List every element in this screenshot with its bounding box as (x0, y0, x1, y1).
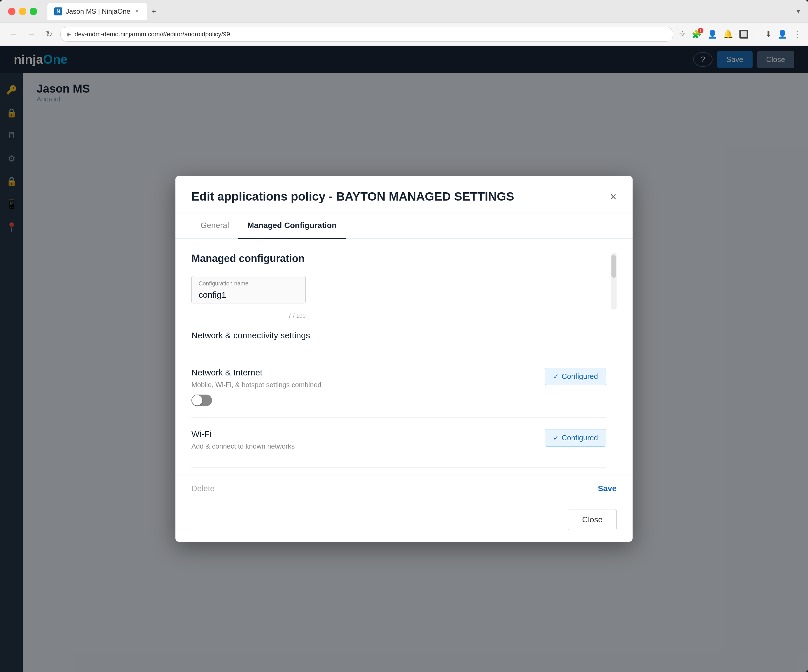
address-bar: ← → ↻ ⊕ dev-mdm-demo.ninjarmm.com/#/edit… (0, 23, 808, 46)
url-text: dev-mdm-demo.ninjarmm.com/#/editor/andro… (75, 30, 230, 38)
tab-general[interactable]: General (192, 213, 238, 239)
check-icon-1: ✓ (553, 373, 559, 380)
config-name-value[interactable]: config1 (199, 289, 299, 300)
modal-tabs: General Managed Configuration (175, 213, 633, 239)
configured-badge-2: ✓ Configured (545, 429, 606, 447)
config-name-label: Configuration name (199, 280, 249, 287)
bookmark-icon[interactable]: ☆ (679, 30, 686, 39)
configured-label-2: Configured (562, 434, 598, 442)
tab-managed-configuration[interactable]: Managed Configuration (238, 213, 346, 239)
active-tab[interactable]: N Jason MS | NinjaOne × (47, 3, 147, 20)
configured-label-1: Configured (562, 372, 598, 381)
traffic-lights (8, 8, 37, 15)
modal-bottom: Close (175, 502, 633, 542)
settings-item-content-1: Network & Internet Mobile, Wi-Fi, & hots… (192, 368, 536, 406)
modal-dialog: Edit applications policy - BAYTON MANAGE… (175, 176, 633, 542)
new-tab-button[interactable]: + (149, 5, 158, 18)
section-heading: Managed configuration (192, 253, 606, 265)
scrollbar-thumb[interactable] (611, 255, 616, 278)
maximize-window-button[interactable] (30, 8, 37, 15)
settings-item-content-2: Wi-Fi Add & connect to known networks (192, 429, 536, 456)
modal-footer: Delete Save (175, 475, 633, 502)
extensions-icon[interactable]: 🧩 1 (692, 30, 702, 39)
network-section-title: Network & connectivity settings (192, 330, 606, 345)
settings-item-name-1: Network & Internet (192, 368, 536, 377)
tab-bar: N Jason MS | NinjaOne × + (47, 3, 792, 20)
separator (757, 28, 757, 40)
forward-button[interactable]: → (25, 27, 38, 41)
modal-body-content: Managed configuration Configuration name… (192, 253, 606, 461)
tab-favicon: N (54, 7, 62, 15)
url-bar[interactable]: ⊕ dev-mdm-demo.ninjarmm.com/#/editor/and… (60, 27, 673, 42)
modal-close-button[interactable]: × (610, 191, 616, 202)
more-menu-icon[interactable]: ⋮ (793, 30, 801, 39)
modal-title: Edit applications policy - BAYTON MANAGE… (192, 190, 514, 203)
settings-item-wifi: Wi-Fi Add & connect to known networks ✓ … (192, 418, 606, 468)
extension-puzzle-icon[interactable]: 🔲 (739, 30, 749, 39)
close-window-button[interactable] (8, 8, 15, 15)
notifications-icon[interactable]: 🔔 (723, 30, 733, 39)
delete-button[interactable]: Delete (192, 484, 215, 493)
refresh-button[interactable]: ↻ (43, 27, 55, 41)
config-name-counter: 7 / 100 (192, 313, 306, 319)
toggle-container-1 (192, 395, 536, 406)
modal-close-outline-button[interactable]: Close (568, 509, 616, 530)
check-icon-2: ✓ (553, 434, 559, 442)
browser-window: N Jason MS | NinjaOne × + ▾ ← → ↻ ⊕ dev-… (0, 0, 808, 672)
network-internet-toggle[interactable] (192, 395, 212, 406)
scrollbar-track[interactable] (611, 253, 616, 310)
toggle-knob-1 (192, 395, 202, 405)
url-security-icon: ⊕ (66, 31, 71, 38)
tabs-dropdown-icon[interactable]: ▾ (796, 7, 800, 15)
modal-overlay: Edit applications policy - BAYTON MANAGE… (0, 46, 808, 672)
notification-badge: 1 (698, 28, 703, 33)
download-icon[interactable]: ⬇ (765, 30, 772, 39)
minimize-window-button[interactable] (19, 8, 26, 15)
modal-body: Managed configuration Configuration name… (175, 239, 633, 475)
user-avatar-icon[interactable]: 👤 (778, 30, 788, 39)
settings-item-desc-2: Add & connect to known networks (192, 442, 536, 450)
config-name-field[interactable]: Configuration name config1 (192, 276, 306, 303)
settings-item-desc-1: Mobile, Wi-Fi, & hotspot settings combin… (192, 381, 536, 389)
settings-item-name-2: Wi-Fi (192, 429, 536, 439)
back-button[interactable]: ← (7, 27, 19, 41)
modal-header: Edit applications policy - BAYTON MANAGE… (175, 176, 633, 213)
toolbar-icons: ☆ 🧩 1 👤 🔔 🔲 ⬇ 👤 ⋮ (679, 28, 801, 40)
settings-item-network-internet: Network & Internet Mobile, Wi-Fi, & hots… (192, 356, 606, 418)
profile-icon[interactable]: 👤 (708, 30, 718, 39)
footer-save-button[interactable]: Save (598, 484, 616, 493)
tab-close-button[interactable]: × (134, 8, 140, 15)
configured-badge-1: ✓ Configured (545, 368, 606, 385)
title-bar: N Jason MS | NinjaOne × + ▾ (0, 0, 808, 23)
tab-title: Jason MS | NinjaOne (66, 7, 130, 15)
